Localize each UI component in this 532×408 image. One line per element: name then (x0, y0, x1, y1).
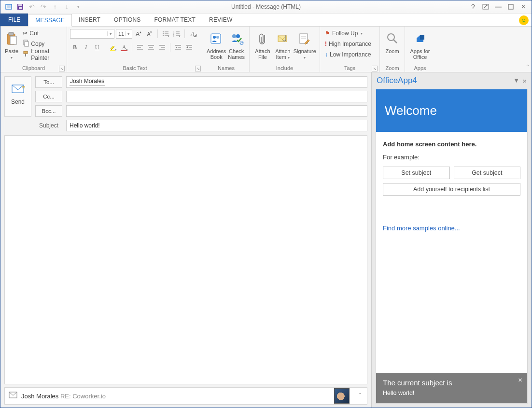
align-right-icon[interactable] (157, 42, 167, 52)
tab-options[interactable]: OPTIONS (107, 14, 147, 26)
attach-file-button[interactable]: Attach File (252, 28, 273, 60)
cc-button[interactable]: Cc... (35, 91, 62, 102)
check-names-label: Check Names (227, 47, 246, 60)
svg-point-19 (163, 33, 164, 34)
collapse-ribbon-icon[interactable]: ˆ (527, 64, 529, 71)
apps-for-office-button[interactable]: Apps for Office (408, 28, 432, 60)
people-expand-icon[interactable]: ˆ (353, 393, 363, 399)
prev-item-icon[interactable]: ↑ (50, 1, 60, 12)
italic-icon[interactable]: I (81, 42, 91, 52)
numbering-icon[interactable]: 123▾ (172, 29, 182, 39)
task-pane-footer: × The current subject is Hello world! (376, 373, 527, 403)
follow-up-button[interactable]: ⚑Follow Up▾ (323, 28, 364, 39)
flag-icon: ⚑ (325, 30, 330, 37)
ribbon-options-icon[interactable] (479, 1, 492, 12)
bcc-field[interactable] (66, 105, 367, 117)
to-button[interactable]: To... (35, 76, 62, 88)
high-importance-button[interactable]: !High Importance (323, 39, 373, 49)
bold-icon[interactable]: B (70, 42, 80, 52)
group-tags: ⚑Follow Up▾ !High Importance ↓Low Import… (320, 27, 380, 72)
paste-button[interactable]: Paste▾ (3, 28, 20, 61)
group-apps: Apps for Office Apps (405, 27, 435, 72)
group-label-apps: Apps (408, 65, 432, 72)
footer-value: Hello world! (383, 390, 520, 396)
footer-title: The current subject is (383, 379, 520, 387)
tags-launcher-icon[interactable]: ↘ (372, 66, 378, 71)
undo-icon[interactable]: ↶ (27, 1, 37, 12)
address-book-icon (210, 30, 223, 47)
notification-close-icon[interactable]: × (518, 376, 522, 384)
maximize-icon[interactable] (504, 1, 517, 12)
task-pane-header: OfficeApp4 ▼ × (372, 72, 532, 89)
tab-insert[interactable]: INSERT (72, 14, 107, 26)
minimize-icon[interactable]: — (492, 1, 504, 12)
cc-field[interactable] (66, 91, 367, 102)
low-importance-button[interactable]: ↓Low Importance (323, 49, 373, 60)
people-name[interactable]: Josh Morales RE: Coworker.io (21, 393, 106, 400)
font-size-combo[interactable]: 11▾ (116, 29, 132, 39)
title-controls: ? — × (467, 1, 532, 12)
task-pane-menu-icon[interactable]: ▼ (513, 77, 519, 85)
file-tab[interactable]: FILE (0, 14, 28, 26)
svg-point-50 (232, 34, 236, 38)
check-names-button[interactable]: @ Check Names (226, 28, 246, 60)
increase-indent-icon[interactable] (184, 42, 194, 52)
samples-link[interactable]: Find more samples online... (383, 225, 520, 232)
attach-item-button[interactable]: Attach Item ▾ (273, 28, 293, 61)
clear-format-icon[interactable]: A◢ (188, 29, 197, 39)
zoom-label: Zoom (385, 47, 399, 54)
address-book-button[interactable]: Address Book (206, 28, 226, 60)
message-body[interactable] (4, 135, 367, 384)
task-pane-close-icon[interactable]: × (522, 77, 527, 85)
bullets-icon[interactable]: ▾ (161, 29, 170, 39)
svg-rect-7 (508, 4, 513, 9)
subject-field[interactable] (66, 120, 367, 131)
grow-font-icon[interactable]: A▴ (134, 29, 143, 39)
qat-customize-icon[interactable]: ▾ (73, 1, 84, 12)
signature-button[interactable]: Signature▾ (293, 28, 317, 61)
svg-rect-15 (24, 51, 28, 54)
zoom-button[interactable]: Zoom (383, 28, 402, 55)
tab-message[interactable]: MESSAGE (28, 14, 72, 27)
outlook-icon[interactable] (3, 1, 14, 12)
send-button[interactable]: Send (4, 76, 31, 117)
to-field[interactable]: Josh Morales (66, 76, 367, 88)
pane-heading: Add home screen content here. (383, 141, 520, 148)
tab-format-text[interactable]: FORMAT TEXT (148, 14, 203, 26)
clipboard-launcher-icon[interactable]: ↘ (59, 66, 65, 71)
help-icon[interactable]: ? (467, 1, 479, 12)
font-name-combo[interactable]: ▾ (70, 29, 114, 39)
svg-point-21 (163, 35, 164, 36)
font-color-icon[interactable]: A▾ (119, 42, 129, 52)
save-icon[interactable] (15, 1, 26, 12)
format-painter-button[interactable]: Format Painter (21, 49, 64, 60)
group-label-include: Include (252, 65, 317, 72)
align-center-icon[interactable] (146, 42, 156, 52)
redo-icon[interactable]: ↷ (38, 1, 49, 12)
decrease-indent-icon[interactable] (173, 42, 183, 52)
signature-label: Signature (294, 48, 316, 54)
recipient-chip[interactable]: Josh Morales (70, 78, 105, 85)
basic-text-launcher-icon[interactable]: ↘ (195, 66, 201, 71)
set-subject-button[interactable]: Set subject (383, 167, 450, 179)
tab-review[interactable]: REVIEW (202, 14, 239, 26)
group-basic-text: ▾ 11▾ A▴ A▾ ▾ 123▾ A◢ B I U ▾ A▾ (67, 27, 203, 72)
underline-icon[interactable]: U (92, 42, 102, 52)
apps-label: Apps for Office (408, 47, 432, 60)
next-item-icon[interactable]: ↓ (61, 1, 72, 12)
avatar[interactable] (334, 388, 350, 404)
highlight-icon[interactable]: ▾ (108, 42, 118, 52)
svg-point-57 (388, 34, 394, 41)
signature-icon (299, 30, 310, 47)
copy-icon (23, 40, 29, 48)
align-left-icon[interactable] (135, 42, 145, 52)
add-recipient-button[interactable]: Add yourself to recipients list (383, 183, 520, 196)
shrink-font-icon[interactable]: A▾ (145, 29, 154, 39)
cut-button[interactable]: ✂Cut (21, 28, 64, 39)
group-clipboard: Paste▾ ✂Cut Copy Format Painter Clipboar… (0, 27, 67, 72)
send-label: Send (11, 98, 25, 105)
feedback-icon[interactable] (519, 15, 529, 25)
bcc-button[interactable]: Bcc... (35, 105, 62, 117)
close-icon[interactable]: × (517, 1, 530, 12)
get-subject-button[interactable]: Get subject (454, 167, 521, 179)
